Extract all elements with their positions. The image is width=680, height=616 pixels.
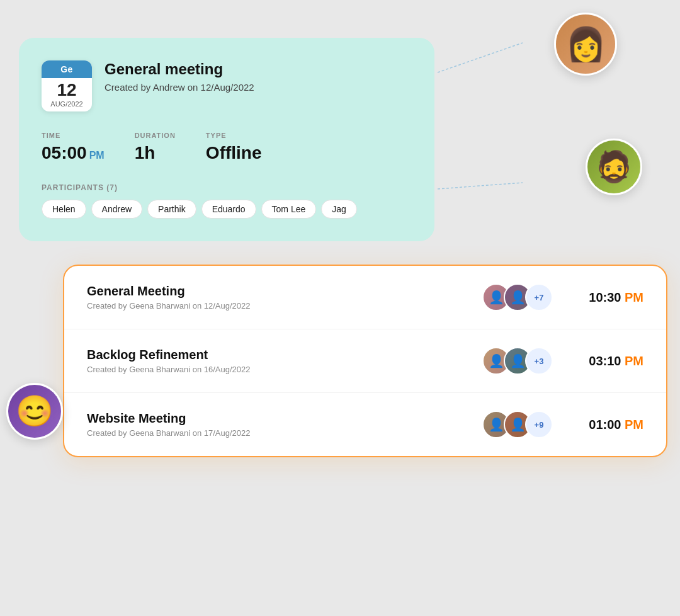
avatar-float-man2: 😊: [6, 383, 63, 440]
meeting-subtitle: Created by Andrew on 12/Aug/2022: [105, 82, 254, 93]
list-item[interactable]: Backlog Refinement Created by Geena Bhar…: [64, 329, 666, 393]
time-ampm: PM: [625, 290, 643, 304]
participant-tag: Eduardo: [201, 200, 256, 219]
svg-line-1: [438, 183, 523, 189]
svg-line-0: [438, 43, 523, 72]
time-value: 05:00: [42, 143, 87, 163]
list-item-info: General Meeting Created by Geena Bharwan…: [87, 284, 482, 311]
list-item-avatars: 👤 👤 +7: [482, 283, 553, 311]
type-meta: TYPE Offline: [206, 132, 262, 163]
participants-label: PARTICIPANTS (7): [42, 183, 412, 192]
list-item-avatars: 👤 👤 +3: [482, 347, 553, 375]
list-item-title: Website Meeting: [87, 411, 482, 426]
calendar-icon: Ge 12 AUG/2022: [42, 60, 92, 111]
list-item-title: Backlog Refinement: [87, 348, 482, 362]
time-meta: TIME 05:00 PM: [42, 132, 105, 163]
duration-label: DURATION: [135, 132, 176, 139]
list-item-avatars: 👤 👤 +9: [482, 411, 553, 438]
participant-tag: Helen: [42, 200, 86, 219]
list-item[interactable]: Website Meeting Created by Geena Bharwan…: [64, 393, 666, 456]
cal-day: 12: [42, 81, 92, 100]
list-item-subtitle: Created by Geena Bharwani on 17/Aug/2022: [87, 428, 482, 438]
cal-header-label: Ge: [42, 60, 92, 78]
participant-tag: Parthik: [147, 200, 196, 219]
list-item-time: 10:30 PM: [568, 290, 643, 305]
meeting-meta: TIME 05:00 PM DURATION 1h TYPE Offline: [42, 132, 412, 163]
list-item-time: 03:10 PM: [568, 354, 643, 368]
duration-meta: DURATION 1h: [135, 132, 176, 163]
time-label: TIME: [42, 132, 105, 139]
list-item-subtitle: Created by Geena Bharwani on 16/Aug/2022: [87, 365, 482, 374]
list-item-title: General Meeting: [87, 284, 482, 299]
time-ampm: PM: [625, 354, 643, 368]
list-item-subtitle: Created by Geena Bharwani on 12/Aug/2022: [87, 301, 482, 311]
duration-value: 1h: [135, 143, 156, 163]
list-avatar-count: +3: [525, 347, 553, 375]
list-avatar-count: +7: [525, 283, 553, 311]
meeting-title: General meeting: [105, 60, 254, 78]
participant-tag: Andrew: [91, 200, 142, 219]
list-item-info: Website Meeting Created by Geena Bharwan…: [87, 411, 482, 438]
list-item-info: Backlog Refinement Created by Geena Bhar…: [87, 348, 482, 374]
time-ampm: PM: [625, 418, 643, 431]
cal-month: AUG/2022: [42, 100, 92, 108]
avatar-float-man: 🧔: [586, 139, 642, 195]
avatar-float-woman: 👩: [554, 13, 617, 76]
type-value: Offline: [206, 143, 262, 163]
participant-tag: Jag: [321, 200, 357, 219]
card-header: Ge 12 AUG/2022 General meeting Created b…: [42, 60, 412, 111]
meeting-detail-card: Ge 12 AUG/2022 General meeting Created b…: [19, 38, 434, 241]
scene: Ge 12 AUG/2022 General meeting Created b…: [0, 0, 680, 616]
list-item-time: 01:00 PM: [568, 418, 643, 432]
type-label: TYPE: [206, 132, 262, 139]
list-item[interactable]: General Meeting Created by Geena Bharwan…: [64, 266, 666, 329]
time-unit: PM: [89, 150, 105, 161]
participants-row: HelenAndrewParthikEduardoTom LeeJag: [42, 200, 412, 219]
participant-tag: Tom Lee: [261, 200, 317, 219]
list-avatar-count: +9: [525, 411, 553, 438]
meeting-list-card: General Meeting Created by Geena Bharwan…: [63, 265, 667, 457]
